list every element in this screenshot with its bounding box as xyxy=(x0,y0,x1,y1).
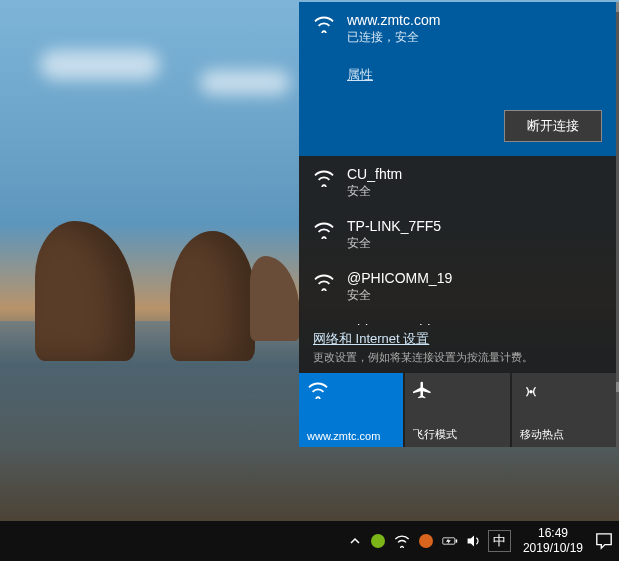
wifi-icon xyxy=(313,221,335,239)
tray-app-icon[interactable] xyxy=(370,533,386,549)
clock[interactable]: 16:49 2019/10/19 xyxy=(517,526,589,556)
wifi-icon xyxy=(313,273,335,291)
rock xyxy=(170,231,255,361)
network-list: www.zmtc.com 已连接，安全 属性 断开连接 CU_fhtm 安全 xyxy=(299,2,616,325)
airplane-icon xyxy=(413,379,501,401)
network-status: 安全 xyxy=(347,287,452,304)
cloud xyxy=(40,50,160,80)
wifi-icon xyxy=(313,15,335,33)
volume-icon[interactable] xyxy=(466,533,482,549)
rock xyxy=(35,221,135,361)
system-tray xyxy=(370,533,482,549)
network-settings-description: 更改设置，例如将某连接设置为按流量计费。 xyxy=(313,350,602,365)
network-ssid: @PHICOMM_19 xyxy=(347,270,452,286)
cloud xyxy=(200,70,290,95)
tray-overflow-button[interactable] xyxy=(346,532,364,550)
tray-app-icon[interactable] xyxy=(418,533,434,549)
tile-label: www.zmtc.com xyxy=(307,430,395,442)
battery-icon[interactable] xyxy=(442,533,458,549)
tile-mobile-hotspot[interactable]: 移动热点 xyxy=(512,373,616,447)
network-status: 安全 xyxy=(347,183,402,200)
network-status: 已连接，安全 xyxy=(347,29,440,46)
rock xyxy=(250,256,300,341)
wifi-icon xyxy=(313,169,335,187)
wifi-tray-icon[interactable] xyxy=(394,533,410,549)
network-ssid: TP-LINK_7FF5 xyxy=(347,218,441,234)
clock-date: 2019/10/19 xyxy=(523,541,583,556)
network-settings-link[interactable]: 网络和 Internet 设置 xyxy=(313,331,429,346)
network-status: 安全 xyxy=(347,235,441,252)
network-item[interactable]: ChinaNet-KhbC 安全 xyxy=(299,312,616,325)
ime-indicator[interactable]: 中 xyxy=(488,530,511,552)
wifi-flyout-panel: www.zmtc.com 已连接，安全 属性 断开连接 CU_fhtm 安全 xyxy=(299,2,616,447)
tile-label: 飞行模式 xyxy=(413,427,501,442)
tile-label: 移动热点 xyxy=(520,427,608,442)
wifi-icon xyxy=(307,379,395,401)
clock-time: 16:49 xyxy=(523,526,583,541)
properties-link[interactable]: 属性 xyxy=(347,67,373,82)
svg-point-0 xyxy=(529,390,533,394)
hotspot-icon xyxy=(520,379,608,401)
network-item[interactable]: @PHICOMM_19 安全 xyxy=(299,260,616,312)
network-item[interactable]: CU_fhtm 安全 xyxy=(299,156,616,208)
disconnect-button[interactable]: 断开连接 xyxy=(504,110,602,142)
taskbar: 中 16:49 2019/10/19 xyxy=(0,521,619,561)
action-center-icon[interactable] xyxy=(595,532,613,550)
tile-wifi[interactable]: www.zmtc.com xyxy=(299,373,403,447)
network-item-connected[interactable]: www.zmtc.com 已连接，安全 属性 断开连接 xyxy=(299,2,616,156)
quick-action-tiles: www.zmtc.com 飞行模式 移动热点 xyxy=(299,373,616,447)
network-item[interactable]: TP-LINK_7FF5 安全 xyxy=(299,208,616,260)
network-ssid: www.zmtc.com xyxy=(347,12,440,28)
network-settings-section: 网络和 Internet 设置 更改设置，例如将某连接设置为按流量计费。 xyxy=(299,325,616,373)
network-ssid: CU_fhtm xyxy=(347,166,402,182)
svg-rect-2 xyxy=(456,539,458,542)
tile-airplane-mode[interactable]: 飞行模式 xyxy=(405,373,509,447)
